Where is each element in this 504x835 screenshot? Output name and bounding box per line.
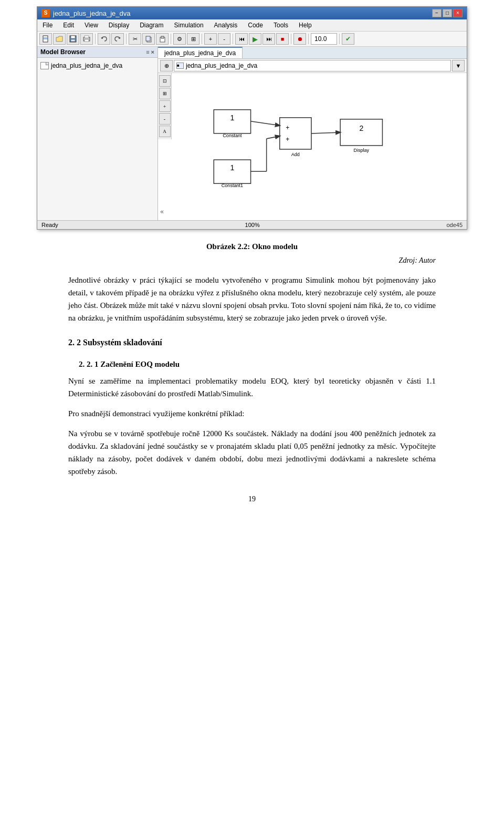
side-zoom-full[interactable]: ⊞ xyxy=(159,88,171,99)
menu-analysis[interactable]: Analysis xyxy=(211,20,241,30)
save-button[interactable] xyxy=(67,33,79,45)
side-zoom-in[interactable]: + xyxy=(159,100,171,112)
open-button[interactable] xyxy=(53,33,66,45)
mb-icon-close[interactable]: × xyxy=(151,49,154,55)
svg-text:1: 1 xyxy=(230,163,235,172)
model-browser-header-icons: ≡ × xyxy=(146,49,154,55)
record-button[interactable]: ⏺ xyxy=(293,33,306,45)
canvas-path-label: jedna_plus_jedna_je_dva xyxy=(186,62,257,69)
play-button[interactable]: ▶ xyxy=(249,33,261,45)
model-tree-item-label: jedna_plus_jedna_je_dva xyxy=(51,62,122,69)
menu-file[interactable]: File xyxy=(39,20,56,30)
simulation-time-input[interactable] xyxy=(311,33,337,45)
paragraph-1: Jednotlivé obrázky v práci týkající se m… xyxy=(68,274,436,324)
menu-tools[interactable]: Tools xyxy=(270,20,291,30)
svg-rect-21 xyxy=(280,118,311,149)
simulink-window: S jedna_plus_jedna_je_dva − □ × File Edi… xyxy=(37,6,467,230)
minimize-button[interactable]: − xyxy=(432,9,442,17)
copy-button[interactable] xyxy=(142,33,155,45)
svg-text:+: + xyxy=(286,124,289,131)
canvas-side-toolbar: ⊡ ⊞ + - A xyxy=(158,73,172,139)
side-zoom-fit[interactable]: ⊡ xyxy=(159,75,171,87)
menu-display[interactable]: Display xyxy=(106,20,132,30)
toolbar-separator-4 xyxy=(202,34,202,44)
simulink-diagram: 1 Constant 1 Constant1 + + Add 2 Display xyxy=(172,73,467,220)
side-zoom-out[interactable]: - xyxy=(159,113,171,125)
menu-code[interactable]: Code xyxy=(245,20,266,30)
document-area: Obrázek 2.2: Okno modelu Zdroj: Autor Je… xyxy=(37,230,467,521)
rewind-button[interactable]: ⏮ xyxy=(235,33,248,45)
model-tree-item[interactable]: jedna_plus_jedna_je_dva xyxy=(40,61,154,70)
maximize-button[interactable]: □ xyxy=(443,9,452,17)
path-icon: ■ xyxy=(176,63,184,69)
collapse-panel-button[interactable]: « xyxy=(160,208,164,216)
paste-button[interactable] xyxy=(156,33,169,45)
svg-line-32 xyxy=(311,132,340,133)
svg-text:Constant: Constant xyxy=(223,133,242,138)
close-button[interactable]: × xyxy=(453,9,463,17)
checkmark-button[interactable]: ✔ xyxy=(342,33,354,45)
status-solver: ode45 xyxy=(446,222,463,228)
toolbar-separator-2 xyxy=(126,34,127,44)
paragraph-3: Nyní se zaměříme na implementaci problem… xyxy=(68,375,436,400)
paragraph-4: Pro snadnější demonstraci využijeme konk… xyxy=(68,407,436,420)
status-ready: Ready xyxy=(41,222,58,228)
canvas-path-box: ■ jedna_plus_jedna_je_dva xyxy=(174,60,451,71)
model-browser-panel: Model Browser ≡ × jedna_plus_jedna_je_dv… xyxy=(37,47,158,220)
menu-simulation[interactable]: Simulation xyxy=(171,20,207,30)
zoom-in-button[interactable]: + xyxy=(204,33,217,45)
toolbar-separator-6 xyxy=(291,34,291,44)
toolbar: ✂ ⚙ ⊞ + - ⏮ ▶ ⏭ ■ ⏺ ✔ xyxy=(37,32,467,47)
grid-button[interactable]: ⊞ xyxy=(187,33,200,45)
svg-rect-12 xyxy=(146,36,150,41)
stop-button[interactable]: ■ xyxy=(276,33,289,45)
main-area: Model Browser ≡ × jedna_plus_jedna_je_dv… xyxy=(37,47,467,220)
print-button[interactable] xyxy=(80,33,93,45)
model-browser-header: Model Browser ≡ × xyxy=(37,47,158,58)
app-icon: S xyxy=(41,9,50,17)
cut-button[interactable]: ✂ xyxy=(129,33,141,45)
page-number: 19 xyxy=(68,493,436,505)
redo-button[interactable] xyxy=(111,33,124,45)
menu-diagram[interactable]: Diagram xyxy=(136,20,166,30)
settings-button[interactable]: ⚙ xyxy=(173,33,186,45)
svg-rect-5 xyxy=(71,39,75,42)
status-zoom: 100% xyxy=(58,222,447,228)
canvas-tab-main[interactable]: jedna_plus_jedna_je_dva xyxy=(158,47,243,58)
canvas-toolbar: ⊕ ■ jedna_plus_jedna_je_dva ▼ xyxy=(158,59,467,73)
mb-icon-list[interactable]: ≡ xyxy=(146,49,149,55)
canvas-area: jedna_plus_jedna_je_dva ⊕ ■ jedna_plus_j… xyxy=(158,47,467,220)
svg-rect-14 xyxy=(161,36,164,38)
menu-edit[interactable]: Edit xyxy=(60,20,77,30)
side-text[interactable]: A xyxy=(159,126,171,137)
step-button[interactable]: ⏭ xyxy=(262,33,275,45)
svg-text:Add: Add xyxy=(291,152,300,157)
section-heading: 2. 2 Subsystém skladování xyxy=(68,336,436,349)
model-browser-title: Model Browser xyxy=(40,48,86,56)
toolbar-separator-7 xyxy=(308,34,309,44)
new-button[interactable] xyxy=(39,33,52,45)
toolbar-separator-1 xyxy=(95,34,96,44)
svg-rect-8 xyxy=(85,39,89,42)
zoom-out-button[interactable]: - xyxy=(218,33,230,45)
figure-caption: Obrázek 2.2: Okno modelu xyxy=(68,240,436,253)
toolbar-separator-8 xyxy=(339,34,340,44)
model-file-icon xyxy=(40,62,49,69)
canvas-tabs: jedna_plus_jedna_je_dva xyxy=(158,47,467,59)
window-title: jedna_plus_jedna_je_dva xyxy=(53,9,130,17)
menu-bar: File Edit View Display Diagram Simulatio… xyxy=(37,19,467,32)
status-bar: Ready 100% ode45 xyxy=(37,220,467,229)
toolbar-separator-3 xyxy=(171,34,171,44)
undo-button[interactable] xyxy=(98,33,110,45)
svg-line-28 xyxy=(251,121,280,126)
canvas-dropdown-btn[interactable]: ▼ xyxy=(452,60,465,71)
svg-line-31 xyxy=(267,136,280,139)
svg-text:1: 1 xyxy=(230,114,235,122)
svg-rect-7 xyxy=(85,36,89,38)
svg-rect-4 xyxy=(71,36,75,38)
canvas-nav-btn[interactable]: ⊕ xyxy=(160,60,173,71)
svg-text:Display: Display xyxy=(354,148,370,153)
canvas-diagram[interactable]: ⊡ ⊞ + - A 1 Constant 1 Constant1 xyxy=(158,73,467,220)
menu-view[interactable]: View xyxy=(81,20,101,30)
menu-help[interactable]: Help xyxy=(296,20,315,30)
